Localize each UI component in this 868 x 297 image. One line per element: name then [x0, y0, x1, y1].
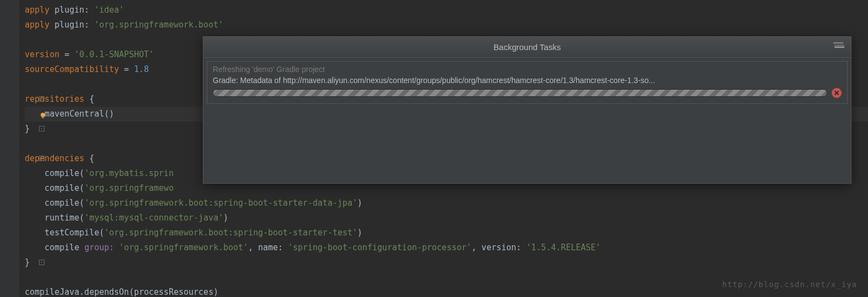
fold-icon[interactable]: -: [39, 96, 45, 102]
svg-rect-1: [42, 117, 44, 118]
minimize-icon[interactable]: [834, 45, 844, 48]
dialog-title: Background Tasks: [494, 42, 561, 52]
code-line: testCompile('org.springframework.boot:sp…: [25, 226, 868, 240]
code-line: runtime('mysql:mysql-connector-java'): [25, 211, 868, 226]
code-line: compile('org.springframework.boot:spring…: [25, 196, 868, 211]
background-tasks-dialog: Background Tasks Refreshing 'demo' Gradl…: [203, 36, 852, 184]
cancel-task-icon[interactable]: [832, 88, 842, 98]
intention-bulb-icon[interactable]: [39, 110, 47, 118]
task-detail: Gradle: Metadata of http://maven.aliyun.…: [207, 75, 847, 88]
code-line: -}: [25, 255, 868, 270]
tasks-container: Refreshing 'demo' Gradle project Gradle:…: [207, 61, 848, 104]
task-label: Refreshing 'demo' Gradle project: [207, 62, 847, 75]
progress-bar: [213, 89, 827, 97]
progress-row: [207, 88, 847, 103]
code-line: apply plugin: 'idea': [25, 3, 868, 18]
fold-icon[interactable]: -: [39, 156, 45, 161]
code-line: apply plugin: 'org.springframework.boot': [25, 18, 868, 32]
fold-icon[interactable]: -: [39, 260, 45, 265]
code-line: compile group: 'org.springframework.boot…: [25, 240, 868, 255]
svg-point-0: [41, 113, 45, 117]
watermark: http://blog.csdn.net/x_iya: [722, 280, 857, 289]
dialog-titlebar[interactable]: Background Tasks: [203, 37, 851, 58]
fold-icon[interactable]: -: [39, 126, 45, 131]
